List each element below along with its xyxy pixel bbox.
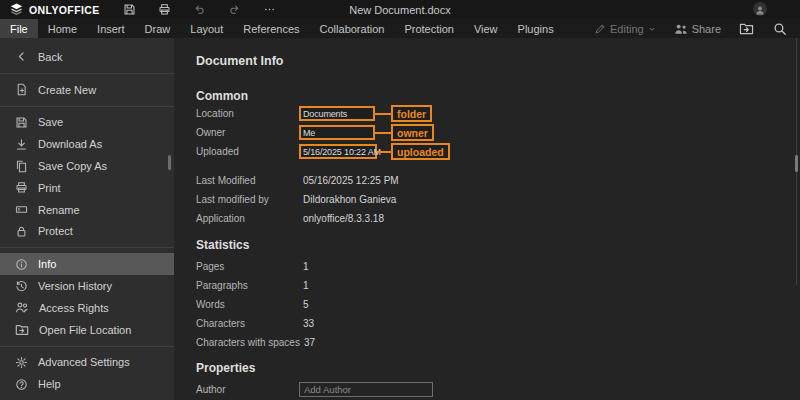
access-rights-icon bbox=[15, 301, 29, 314]
share-label: Share bbox=[692, 23, 721, 35]
sidebar-item-download-as[interactable]: Download As bbox=[0, 133, 174, 155]
redo-icon bbox=[228, 3, 241, 16]
stat-row-characters-with-spaces: Characters with spaces 37 bbox=[196, 333, 800, 352]
annotation-box: 5/16/2025 10:22 AM bbox=[299, 144, 377, 159]
search-button[interactable] bbox=[771, 21, 789, 37]
search-icon bbox=[773, 22, 787, 36]
back-icon bbox=[15, 50, 28, 63]
field-value: 33 bbox=[299, 318, 314, 329]
tab-file[interactable]: File bbox=[0, 19, 38, 38]
main-scrollbar-thumb[interactable] bbox=[795, 155, 798, 172]
stat-row-pages: Pages 1 bbox=[196, 257, 800, 276]
rename-icon bbox=[15, 203, 28, 216]
help-icon bbox=[15, 378, 28, 391]
field-value: Me bbox=[303, 128, 315, 138]
field-label: Application bbox=[196, 213, 299, 224]
info-row-location: Location Documents folder bbox=[196, 104, 800, 123]
field-value: 37 bbox=[300, 337, 315, 348]
info-icon bbox=[15, 258, 28, 271]
field-label: Author bbox=[196, 384, 299, 395]
settings-icon bbox=[15, 356, 28, 369]
tab-plugins[interactable]: Plugins bbox=[508, 19, 564, 38]
field-value: Dildorakhon Ganieva bbox=[299, 194, 396, 205]
section-heading-properties: Properties bbox=[196, 361, 800, 375]
annotation-connector bbox=[375, 113, 391, 115]
chevron-down-icon bbox=[648, 25, 656, 33]
undo-button[interactable] bbox=[192, 2, 208, 18]
info-row-last-modified: Last Modified 05/16/2025 12:25 PM bbox=[196, 171, 800, 190]
menu-tab-bar: File Home Insert Draw Layout References … bbox=[0, 19, 800, 38]
field-label: Pages bbox=[196, 261, 299, 272]
save-copy-icon bbox=[15, 160, 28, 173]
sidebar-item-save-copy-as[interactable]: Save Copy As bbox=[0, 155, 174, 177]
sidebar-item-rename[interactable]: Rename bbox=[0, 199, 174, 221]
sidebar-item-info[interactable]: Info bbox=[0, 253, 174, 275]
tab-collaboration[interactable]: Collaboration bbox=[310, 19, 395, 38]
sidebar-separator bbox=[0, 73, 174, 74]
section-heading-statistics: Statistics bbox=[196, 238, 800, 252]
sidebar-item-back[interactable]: Back bbox=[0, 46, 174, 68]
field-value: 05/16/2025 12:25 PM bbox=[299, 175, 399, 186]
field-value: 1 bbox=[299, 280, 309, 291]
field-value: onlyoffice/8.3.3.18 bbox=[299, 213, 384, 224]
sidebar-item-protect[interactable]: Protect bbox=[0, 221, 174, 243]
info-row-owner: Owner Me owner bbox=[196, 123, 800, 142]
sidebar-item-version-history[interactable]: Version History bbox=[0, 275, 174, 297]
open-location-icon bbox=[15, 323, 29, 336]
tab-protection[interactable]: Protection bbox=[394, 19, 464, 38]
section-heading-common: Common bbox=[196, 89, 800, 103]
print-icon bbox=[15, 181, 28, 194]
more-button[interactable] bbox=[262, 2, 278, 18]
annotation-box: Documents bbox=[299, 106, 375, 121]
editing-icon bbox=[594, 23, 606, 35]
redo-button[interactable] bbox=[227, 2, 243, 18]
sidebar-item-help[interactable]: Help bbox=[0, 373, 174, 395]
protect-icon bbox=[15, 225, 28, 238]
tab-draw[interactable]: Draw bbox=[135, 19, 181, 38]
field-label: Words bbox=[196, 299, 299, 310]
open-location-button[interactable] bbox=[737, 21, 755, 37]
print-icon bbox=[158, 3, 171, 16]
tab-insert[interactable]: Insert bbox=[87, 19, 135, 38]
field-label: Characters bbox=[196, 318, 299, 329]
user-avatar[interactable] bbox=[753, 2, 767, 16]
info-row-application: Application onlyoffice/8.3.3.18 bbox=[196, 209, 800, 228]
field-value: 1 bbox=[299, 261, 309, 272]
open-location-icon bbox=[739, 22, 754, 35]
app-logo: ONLYOFFICE bbox=[0, 2, 108, 17]
field-label: Paragraphs bbox=[196, 280, 299, 291]
sidebar-separator bbox=[0, 247, 174, 248]
share-button[interactable]: Share bbox=[674, 23, 721, 35]
editing-mode-selector[interactable]: Editing bbox=[594, 23, 656, 35]
sidebar-item-print[interactable]: Print bbox=[0, 177, 174, 199]
share-icon bbox=[674, 23, 688, 35]
print-button[interactable] bbox=[157, 2, 173, 18]
save-button[interactable] bbox=[122, 2, 138, 18]
field-value: Documents bbox=[303, 109, 347, 119]
sidebar-item-save[interactable]: Save bbox=[0, 112, 174, 134]
annotation-box: Me bbox=[299, 125, 375, 140]
tab-references[interactable]: References bbox=[233, 19, 309, 38]
field-label: Owner bbox=[196, 127, 299, 138]
tab-view[interactable]: View bbox=[464, 19, 508, 38]
file-menu-panel: Back Create New Save Download As Save Co… bbox=[0, 38, 174, 400]
sidebar-item-open-file-location[interactable]: Open File Location bbox=[0, 319, 174, 341]
field-value: 5/16/2025 10:22 AM bbox=[303, 147, 381, 157]
tab-layout[interactable]: Layout bbox=[180, 19, 233, 38]
author-input[interactable] bbox=[299, 382, 433, 397]
annotation-connector bbox=[377, 151, 391, 153]
field-label: Last modified by bbox=[196, 194, 299, 205]
sidebar-item-advanced-settings[interactable]: Advanced Settings bbox=[0, 352, 174, 374]
tab-home[interactable]: Home bbox=[38, 19, 87, 38]
version-history-icon bbox=[15, 280, 28, 293]
more-icon bbox=[263, 3, 276, 16]
field-label: Uploaded bbox=[196, 146, 299, 157]
sidebar-scrollbar-thumb[interactable] bbox=[168, 155, 171, 170]
sidebar-item-access-rights[interactable]: Access Rights bbox=[0, 297, 174, 319]
sidebar-item-create-new[interactable]: Create New bbox=[0, 79, 174, 101]
undo-icon bbox=[193, 3, 206, 16]
stat-row-words: Words 5 bbox=[196, 295, 800, 314]
page-title: Document Info bbox=[196, 54, 800, 68]
annotation-label: owner bbox=[391, 124, 434, 141]
sidebar-separator bbox=[0, 106, 174, 107]
